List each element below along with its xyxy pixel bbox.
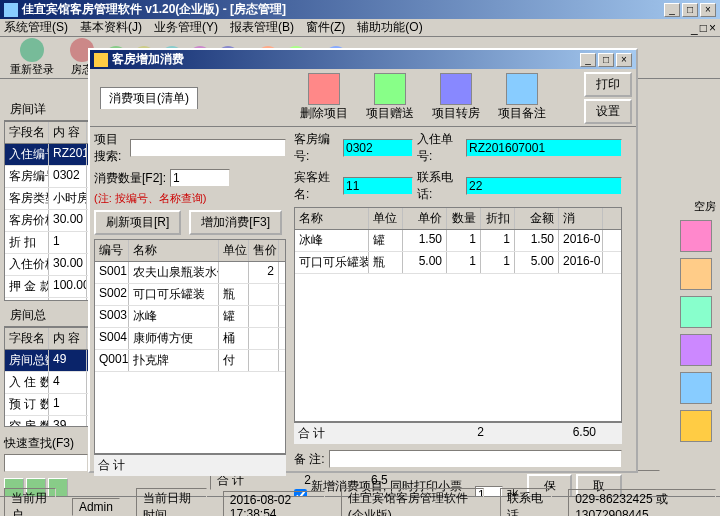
menu-system[interactable]: 系统管理(S)	[4, 19, 68, 36]
menu-window[interactable]: 窗件(Z)	[306, 19, 345, 36]
guest-field[interactable]	[343, 177, 413, 195]
table-row[interactable]: Q001扑克牌付	[95, 350, 285, 372]
items-sum-row: 合 计	[94, 454, 286, 476]
quick-find-input[interactable]	[4, 454, 88, 472]
dialog-titlebar: 客房增加消费 _ □ ×	[90, 50, 636, 69]
child-minimize-button[interactable]: _	[691, 21, 698, 35]
quick-find-label: 快速查找(F3)	[4, 435, 90, 452]
table-row[interactable]: 是否加床是	[5, 298, 89, 301]
dialog-icon	[94, 53, 108, 67]
qty-input[interactable]	[170, 169, 230, 187]
menu-help[interactable]: 辅助功能(O)	[357, 19, 422, 36]
print-button[interactable]: 打印	[584, 72, 632, 97]
note-icon	[506, 73, 538, 105]
consume-sum-row: 合 计 2 6.50	[294, 422, 622, 444]
app-icon	[4, 3, 18, 17]
close-button[interactable]: ×	[700, 3, 716, 17]
table-row[interactable]: 押 金 款100.00	[5, 276, 89, 298]
phone-field[interactable]	[466, 177, 622, 195]
dialog-close-button[interactable]: ×	[616, 53, 632, 67]
child-close-button[interactable]: ×	[709, 21, 716, 35]
left-grid2-header: 字段名 内 容	[5, 328, 89, 350]
gift-icon	[374, 73, 406, 105]
room-no-field[interactable]	[343, 139, 413, 157]
table-row[interactable]: S004康师傅方便桶	[95, 328, 285, 350]
table-row[interactable]: S002可口可乐罐装瓶	[95, 284, 285, 306]
room-no-label: 客房编号:	[294, 131, 339, 165]
add-consume-button[interactable]: 增加消费[F3]	[189, 210, 282, 235]
room-detail-tab: 房间详	[4, 99, 90, 121]
menu-basic[interactable]: 基本资料(J)	[80, 19, 142, 36]
side-action-3[interactable]	[680, 296, 712, 328]
table-row[interactable]: 冰峰罐1.50111.502016-0	[295, 230, 621, 252]
table-row[interactable]: 可口可乐罐装瓶5.00115.002016-0	[295, 252, 621, 274]
side-action-2[interactable]	[680, 258, 712, 290]
dialog-maximize-button[interactable]: □	[598, 53, 614, 67]
side-action-4[interactable]	[680, 334, 712, 366]
statusbar: 当前用户 Admin 当前日期时间 2016-08-02 17:38:54 佳宜…	[0, 496, 720, 516]
refresh-button[interactable]: 刷新项目[R]	[94, 210, 181, 235]
dialog-title: 客房增加消费	[112, 51, 580, 68]
consume-dialog: 客房增加消费 _ □ × 消费项目(清单) 删除项目 项目赠送 项目转房 项目备…	[88, 48, 638, 473]
table-row[interactable]: S001农夫山泉瓶装水件2	[95, 262, 285, 284]
guest-label: 宾客姓名:	[294, 169, 339, 203]
note-item-button[interactable]: 项目备注	[492, 71, 552, 124]
consume-tab[interactable]: 消费项目(清单)	[100, 87, 198, 109]
note-label: 备 注:	[294, 451, 325, 468]
table-row[interactable]: 入 住 数4	[5, 372, 89, 394]
table-row[interactable]: 房间总数49	[5, 350, 89, 372]
delete-icon	[308, 73, 340, 105]
minimize-button[interactable]: _	[664, 3, 680, 17]
main-titlebar: 佳宜宾馆客房管理软件 v1.20(企业版) - [房态管理] _ □ ×	[0, 0, 720, 19]
side-actions: 空房	[680, 199, 716, 442]
table-row[interactable]: 入住编号RZ2016	[5, 144, 89, 166]
table-row[interactable]: 预 订 数1	[5, 394, 89, 416]
items-grid-header: 编号 名称 单位 售价	[95, 240, 285, 262]
table-row[interactable]: 空 房 数39	[5, 416, 89, 427]
side-action-5[interactable]	[680, 372, 712, 404]
dialog-minimize-button[interactable]: _	[580, 53, 596, 67]
table-row[interactable]: 客房类型小时房	[5, 188, 89, 210]
left-grid1-header: 字段名 内 容	[5, 122, 89, 144]
setting-button[interactable]: 设置	[584, 99, 632, 124]
gift-item-button[interactable]: 项目赠送	[360, 71, 420, 124]
side-action-6[interactable]	[680, 410, 712, 442]
order-no-field[interactable]	[466, 139, 622, 157]
table-row[interactable]: 入住价格30.00	[5, 254, 89, 276]
relogin-button[interactable]: 重新登录	[4, 36, 60, 79]
order-no-label: 入住单号:	[417, 131, 462, 165]
menu-business[interactable]: 业务管理(Y)	[154, 19, 218, 36]
table-row[interactable]: 客房编号0302	[5, 166, 89, 188]
maximize-button[interactable]: □	[682, 3, 698, 17]
menu-report[interactable]: 报表管理(B)	[230, 19, 294, 36]
transfer-item-button[interactable]: 项目转房	[426, 71, 486, 124]
side-action-1[interactable]	[680, 220, 712, 252]
room-total-tab: 房间总	[4, 305, 90, 327]
qty-label: 消费数量[F2]:	[94, 170, 166, 187]
note-input[interactable]	[329, 450, 622, 468]
consume-grid-header: 名称 单位 单价 数量 折扣 金额 消	[295, 208, 621, 230]
table-row[interactable]: S003冰峰罐	[95, 306, 285, 328]
search-input[interactable]	[130, 139, 286, 157]
transfer-icon	[440, 73, 472, 105]
search-hint: (注: 按编号、名称查询)	[94, 191, 286, 206]
side-label-empty: 空房	[680, 199, 716, 214]
child-maximize-button[interactable]: □	[700, 21, 707, 35]
relogin-icon	[20, 38, 44, 62]
table-row[interactable]: 折 扣1	[5, 232, 89, 254]
delete-item-button[interactable]: 删除项目	[294, 71, 354, 124]
app-title: 佳宜宾馆客房管理软件 v1.20(企业版) - [房态管理]	[22, 1, 664, 18]
search-label: 项目搜索:	[94, 131, 126, 165]
table-row[interactable]: 客房价格30.00	[5, 210, 89, 232]
menubar: 系统管理(S) 基本资料(J) 业务管理(Y) 报表管理(B) 窗件(Z) 辅助…	[0, 19, 720, 37]
phone-label: 联系电话:	[417, 169, 462, 203]
